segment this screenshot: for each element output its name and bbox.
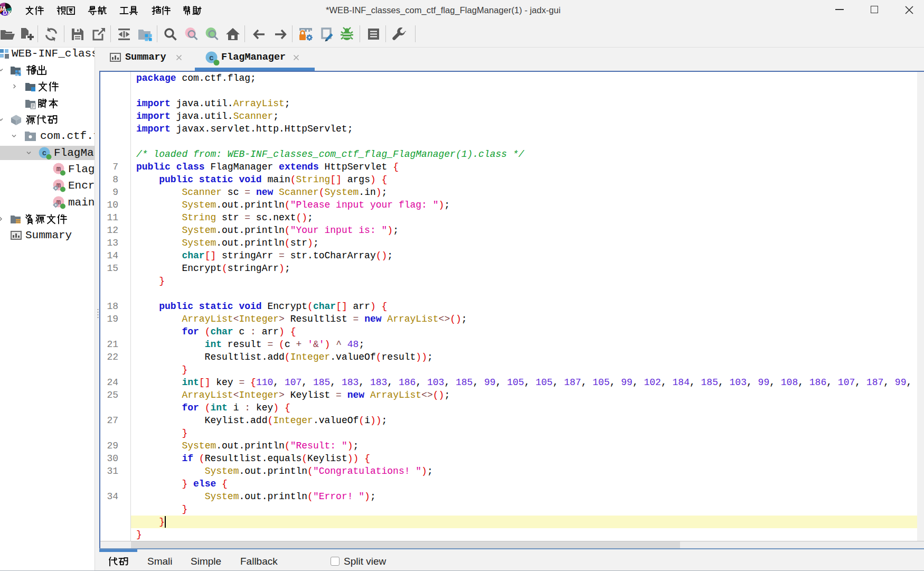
svg-text:m: m	[56, 165, 61, 173]
svg-text:c: c	[209, 54, 214, 63]
svg-text:DX: DX	[3, 10, 12, 16]
svg-text:c: c	[42, 149, 46, 157]
